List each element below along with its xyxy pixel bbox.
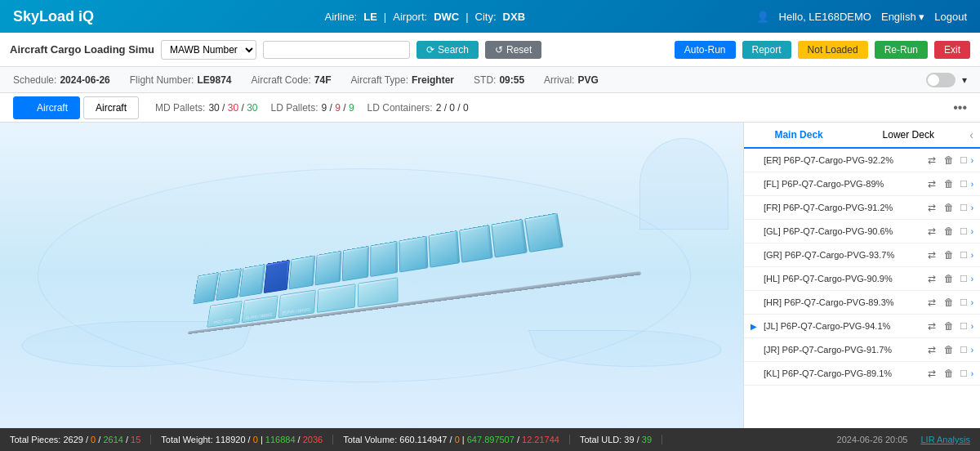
panel-list-item[interactable]: ▶ [JL] P6P-Q7-Cargo-PVG-94.1% ⇄ 🗑 ☐ › [744,315,980,338]
total-weight-item: Total Weight: 118920 / 0 | 116884 / 2036 [151,435,333,444]
panel-delete-button[interactable]: 🗑 [942,367,956,380]
panel-delete-button[interactable]: 🗑 [942,296,956,309]
uld-green: 39 [642,435,652,444]
panel-delete-button[interactable]: 🗑 [942,154,956,167]
exit-label: Exit [944,44,960,56]
flight-label: Flight Number: [130,74,194,86]
language-selector[interactable]: English ▾ [881,11,924,23]
panel-swap-button[interactable]: ⇄ [925,319,938,333]
cargo-box [399,235,428,272]
panel-swap-button[interactable]: ⇄ [925,272,938,285]
rerun-button[interactable]: Re-Run [875,41,928,59]
tab-aircraft-1[interactable]: ✓ Aircraft [13,96,80,119]
notloaded-button[interactable]: Not Loaded [798,41,868,59]
panel-swap-button[interactable]: ⇄ [925,225,938,238]
md-pallets-label: MD Pallets: [155,102,205,114]
panel-list-item[interactable]: [KL] P6P-Q7-Cargo-PVG-89.1% ⇄ 🗑 ☐ › [744,362,980,386]
panel-list-item[interactable]: [GR] P6P-Q7-Cargo-PVG-93.7% ⇄ 🗑 ☐ › [744,243,980,267]
weight-green: 116884 [265,435,296,444]
more-options-button[interactable]: ••• [953,100,967,115]
weight-label: Total Weight: [161,435,212,444]
panel-swap-button[interactable]: ⇄ [925,201,938,214]
lir-analysis-link[interactable]: LIR Analysis [920,435,970,444]
panel-list-item[interactable]: [JR] P6P-Q7-Cargo-PVG-91.7% ⇄ 🗑 ☐ › [744,338,980,362]
tab-aircraft-2[interactable]: Aircraft [83,96,139,119]
search-button[interactable]: ⟳ Search [416,41,479,59]
reset-button[interactable]: ↺ Reset [485,41,541,59]
expand-icon[interactable]: ▾ [962,74,967,86]
header-right: 👤 Hello, LE168DEMO English ▾ Logout [756,11,967,23]
weight-red: 2036 [303,435,323,444]
panel-swap-button[interactable]: ⇄ [925,177,938,190]
panel-swap-button[interactable]: ⇄ [925,154,938,167]
pieces-value: 2629 [63,435,82,444]
panel-list-item[interactable]: [GL] P6P-Q7-Cargo-PVG-90.6% ⇄ 🗑 ☐ › [744,220,980,243]
cargo-box [491,219,528,258]
std-value: 09:55 [499,74,524,86]
panel-delete-button[interactable]: 🗑 [942,201,956,214]
reset-icon: ↺ [495,44,503,56]
panel-delete-button[interactable]: 🗑 [942,248,956,261]
panel-item-icons: ⇄ 🗑 ☐ › [925,248,973,261]
panel-delete-button[interactable]: 🗑 [942,272,956,285]
autorun-button[interactable]: Auto-Run [675,41,736,59]
panel-swap-button[interactable]: ⇄ [925,296,938,309]
flight-value: LE9874 [197,74,231,86]
panel-list-item[interactable]: [FR] P6P-Q7-Cargo-PVG-91.2% ⇄ 🗑 ☐ › [744,196,980,220]
volume-label: Total Volume: [343,435,397,444]
panel-item-label: [HR] P6P-Q7-Cargo-PVG-89.3% [764,297,922,307]
search-input[interactable] [263,41,410,59]
panel-checkbox-icon: ☐ [960,297,968,308]
toggle-switch[interactable] [926,73,956,87]
panel-delete-button[interactable]: 🗑 [942,319,956,333]
panel-item-label: [GR] P6P-Q7-Cargo-PVG-93.7% [764,250,922,260]
tab-main-deck[interactable]: Main Deck [744,123,853,149]
panel-chevron-right-icon: › [971,322,973,331]
total-volume-item: Total Volume: 660.114947 / 0 | 647.89750… [333,435,570,444]
panel-delete-button[interactable]: 🗑 [942,225,956,238]
exit-button[interactable]: Exit [934,41,970,59]
3d-view[interactable]: PVG / 297KG GL PVG / 3681KG [T] PVG / 20… [0,123,743,428]
panel-item-label: [GL] P6P-Q7-Cargo-PVG-90.6% [764,226,922,236]
panel-list-item[interactable]: [ER] P6P-Q7-Cargo-PVG-92.2% ⇄ 🗑 ☐ › [744,149,980,172]
panel-swap-button[interactable]: ⇄ [925,343,938,356]
city-label: City: [475,11,497,23]
panel-checkbox-icon: ☐ [960,274,968,284]
tab-lower-deck[interactable]: Lower Deck [853,123,963,149]
panel-list-item[interactable]: [FL] P6P-Q7-Cargo-PVG-89% ⇄ 🗑 ☐ › [744,172,980,196]
panel-delete-button[interactable]: 🗑 [942,343,956,356]
panel-chevron-right-icon: › [971,369,973,378]
panel-checkbox-icon: ☐ [960,345,968,355]
app-logo: SkyLoad iQ [13,8,94,25]
panel-chevron-right-icon: › [971,251,973,260]
panel-list-item[interactable]: [HL] P6P-Q7-Cargo-PVG-90.9% ⇄ 🗑 ☐ › [744,267,980,291]
panel-swap-button[interactable]: ⇄ [925,367,938,380]
panel-delete-button[interactable]: 🗑 [942,177,956,190]
airline-value: LE [363,11,377,23]
airline-label: Airline: [324,11,357,23]
panel-chevron-right-icon: › [971,346,973,355]
main-content: PVG / 297KG GL PVG / 3681KG [T] PVG / 20… [0,123,980,428]
panel-arrow-icon: ▶ [751,322,760,331]
mawb-select[interactable]: MAWB Number [161,40,256,60]
panel-list-item[interactable]: [HR] P6P-Q7-Cargo-PVG-89.3% ⇄ 🗑 ☐ › [744,291,980,315]
panel-checkbox-icon: ☐ [960,179,968,190]
panel-item-icons: ⇄ 🗑 ☐ › [925,154,973,167]
panel-nav-prev[interactable]: ‹ [963,123,980,147]
logout-link[interactable]: Logout [934,11,967,23]
toolbar: Aircraft Cargo Loading Simu MAWB Number … [0,33,980,67]
cargo-box [239,264,265,297]
cargo-box [342,246,369,281]
cargo-box [370,241,398,277]
right-panel: Main Deck Lower Deck ‹ [ER] P6P-Q7-Cargo… [743,123,980,428]
panel-chevron-right-icon: › [971,275,973,284]
panel-item-icons: ⇄ 🗑 ☐ › [925,343,973,356]
uld-label: Total ULD: [580,435,621,444]
aircraft-type-item: Aircraft Type: Freighter [351,74,455,86]
report-button[interactable]: Report [742,41,791,59]
panel-swap-button[interactable]: ⇄ [925,248,938,261]
panel-checkbox-icon: ☐ [960,203,968,213]
page-title: Aircraft Cargo Loading Simu [10,43,154,56]
panel-checkbox-icon: ☐ [960,368,968,379]
panel-item-label: [FL] P6P-Q7-Cargo-PVG-89% [764,179,922,189]
